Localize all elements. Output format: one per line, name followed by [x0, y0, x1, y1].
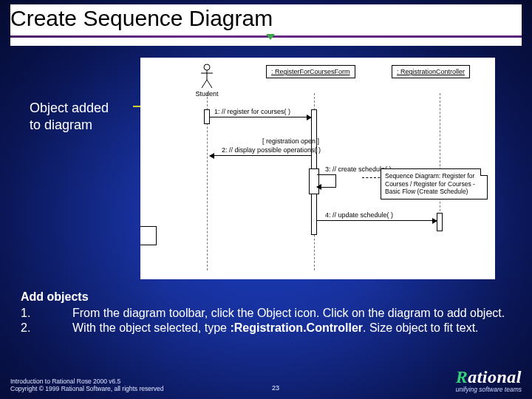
underline-arrow-icon	[266, 34, 275, 40]
callout-line1: Object added	[30, 100, 109, 117]
actor-icon	[200, 64, 214, 89]
svg-line-3	[202, 80, 207, 88]
step-1: 1. From the diagram toolbar, click the O…	[21, 306, 517, 321]
footer-left: Introduction to Rational Rose 2000 v6.5 …	[10, 378, 164, 393]
step-2: 2. With the object selected, type :Regis…	[21, 321, 517, 335]
body-heading: Add objects	[21, 290, 517, 304]
edge-stub	[140, 226, 157, 245]
step-2-text-a: With the object selected, type	[72, 321, 230, 334]
body-text: Add objects 1. From the diagram toolbar,…	[21, 290, 517, 335]
brand-accent: R	[456, 367, 468, 386]
step-2-text: With the object selected, type :Registra…	[72, 321, 517, 335]
guard-condition: [ registration open ]	[262, 137, 319, 145]
arrow-1	[210, 117, 311, 117]
sequence-diagram: Student : RegisterForCoursesForm : Regis…	[140, 58, 495, 279]
activation-actor	[204, 109, 210, 124]
slide-title: Create Sequence Diagram	[10, 4, 522, 35]
footer-line1: Introduction to Rational Rose 2000 v6.5	[10, 378, 164, 386]
callout-line2: to diagram	[30, 117, 109, 134]
brand-logo: Rational unifying software teams	[456, 367, 522, 393]
callout-label: Object added to diagram	[30, 100, 109, 133]
step-2-number: 2.	[21, 321, 72, 335]
self-message-loop	[317, 174, 336, 188]
note-fold-icon	[480, 168, 488, 176]
svg-line-4	[207, 80, 212, 88]
title-area: Create Sequence Diagram	[0, 0, 532, 46]
object-box-form: : RegisterForCoursesForm	[266, 65, 355, 78]
message-1: 1: // register for courses( )	[214, 108, 290, 115]
brand-rest: ational	[468, 367, 522, 386]
title-underline	[10, 35, 522, 46]
step-1-text: From the diagram toolbar, click the Obje…	[72, 306, 517, 321]
step-1-number: 1.	[21, 306, 72, 321]
arrow-4	[317, 220, 437, 221]
message-2: 2: // display possible operations( )	[222, 146, 321, 154]
slide-number: 23	[272, 384, 279, 392]
arrow-2	[210, 155, 311, 156]
message-4: 4: // update schedule( )	[325, 211, 393, 219]
lifeline-controller	[440, 93, 440, 219]
step-2-text-b: . Size object to fit text.	[363, 321, 479, 334]
footer-line2: Copyright © 1999 Rational Software, all …	[10, 385, 164, 393]
step-2-bold: :Registration.Controller	[230, 321, 363, 334]
brand-tagline: unifying software teams	[456, 386, 522, 393]
object-box-controller: : RegistrationController	[392, 65, 470, 78]
note-text: Sequence Diagram: Register for Courses /…	[385, 172, 475, 195]
diagram-note: Sequence Diagram: Register for Courses /…	[381, 168, 488, 200]
brand-name: Rational	[456, 367, 522, 387]
activation-controller	[437, 213, 443, 231]
svg-point-0	[204, 64, 210, 70]
